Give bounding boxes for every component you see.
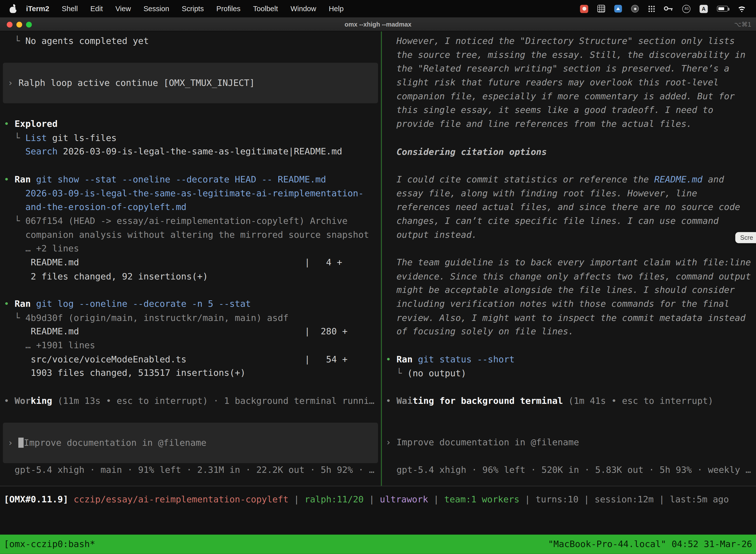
text-segment bbox=[4, 147, 25, 157]
text-segment: git status --short bbox=[418, 354, 515, 364]
explored-header: • Explored bbox=[0, 117, 381, 131]
agents-completed-line: └ No agents completed yet bbox=[0, 34, 381, 48]
zoom-button[interactable] bbox=[26, 21, 32, 27]
window-title-bar[interactable]: omx --xhigh --madmax ⌥⌘1 bbox=[0, 17, 756, 31]
text-segment: git log --oneline --decorate -n 5 --stat bbox=[36, 298, 251, 309]
text-segment: turns:10 bbox=[536, 494, 578, 504]
text-segment bbox=[31, 298, 36, 309]
close-button[interactable] bbox=[7, 21, 12, 27]
text-segment: Ran bbox=[396, 354, 413, 364]
diffstat-line: README.md| 4 + bbox=[0, 256, 381, 270]
diffstat-summary: 1903 files changed, 513517 insertions(+) bbox=[0, 366, 381, 380]
minimize-button[interactable] bbox=[16, 21, 22, 27]
text-segment: last:5m ago bbox=[670, 494, 729, 504]
text-segment: (1m 41s • esc to interrupt) bbox=[563, 396, 713, 406]
menu-item-toolbelt[interactable]: Toolbelt bbox=[247, 0, 284, 17]
command-continuation: and-the-erosion-of-copyleft.md bbox=[0, 200, 381, 214]
menu-item-iterm2[interactable]: iTerm2 bbox=[20, 0, 56, 17]
text-segment: | 54 + bbox=[305, 354, 348, 364]
truncation-note: … +2 lines bbox=[0, 242, 381, 256]
command-output: └ (no output) bbox=[382, 366, 756, 380]
text-segment: team:1 workers bbox=[444, 494, 519, 504]
text-segment: └ bbox=[386, 368, 407, 378]
macos-menu-bar: iTerm2ShellEditViewSessionScriptsProfile… bbox=[0, 0, 756, 17]
gauge-label: .61 bbox=[683, 5, 690, 11]
apple-menu-icon[interactable] bbox=[10, 4, 17, 13]
ran-git-log-header: • Ran git log --oneline --decorate -n 5 … bbox=[0, 297, 381, 311]
desktop: iTerm2ShellEditViewSessionScriptsProfile… bbox=[0, 0, 756, 554]
text-segment: git ls-files bbox=[47, 132, 117, 143]
explored-search-item: Search 2026-03-09-is-legal-the-same-as-l… bbox=[0, 145, 381, 159]
shield-app-icon[interactable] bbox=[631, 5, 639, 12]
reasoning-line: output instead. bbox=[382, 228, 756, 242]
text-segment: ralph:11/20 bbox=[305, 494, 364, 504]
battery-icon[interactable] bbox=[717, 6, 728, 11]
text-segment: this single essay, it seems like a good … bbox=[386, 105, 713, 115]
commit-summary-line: └ 067f154 (HEAD -> essay/ai-reimplementa… bbox=[0, 214, 381, 228]
ralph-loop-banner-line: › Ralph loop active continue [OMX_TMUX_I… bbox=[4, 76, 377, 90]
text-segment: src/voice/voiceModeEnabled.ts bbox=[4, 353, 305, 367]
reasoning-line: evidence. Since this change only affects… bbox=[382, 270, 756, 283]
ralph-loop-banner: › Ralph loop active continue [OMX_TMUX_I… bbox=[3, 63, 378, 104]
text-segment: 4b9d30f (origin/main, instructkr/main, m… bbox=[25, 313, 289, 323]
text-segment: and-the-erosion-of-copyleft.md bbox=[4, 202, 187, 212]
text-segment: README.md bbox=[4, 325, 305, 339]
text-segment: README.md bbox=[654, 174, 703, 184]
text-segment: › bbox=[8, 77, 18, 88]
input-source-icon[interactable]: A bbox=[700, 4, 708, 13]
blank-line bbox=[0, 104, 381, 117]
text-segment: king bbox=[31, 396, 52, 406]
reasoning-heading: Considering citation options bbox=[382, 145, 756, 159]
prompt-input[interactable]: › Improve documentation in @filename bbox=[3, 423, 378, 463]
text-segment: companion file, especially if more comme… bbox=[386, 91, 735, 101]
text-segment: | bbox=[289, 494, 305, 504]
text-segment: … +1901 lines bbox=[4, 340, 95, 350]
text-segment: might be acceptable alongside the file l… bbox=[386, 285, 735, 295]
text-segment: Wai bbox=[396, 396, 413, 406]
text-segment: Improve documentation in @filename bbox=[396, 437, 579, 447]
text-segment: 2026-03-09-is-legal-the-same-as-legitima… bbox=[58, 147, 342, 157]
text-segment: • bbox=[4, 174, 15, 184]
text-segment: └ bbox=[4, 216, 25, 226]
text-segment: changes, I can’t cite specific file line… bbox=[386, 216, 718, 226]
grid-app-icon[interactable] bbox=[597, 5, 605, 12]
key-icon[interactable] bbox=[664, 6, 673, 11]
tmux-session-label: [omx-cczip0:bash* bbox=[4, 537, 95, 551]
truncation-note: … +1901 lines bbox=[0, 339, 381, 353]
prompt-input[interactable]: › Improve documentation in @filename bbox=[382, 436, 756, 449]
menu-item-window[interactable]: Window bbox=[284, 0, 322, 17]
text-segment: slight risk that future readers may over… bbox=[386, 77, 718, 88]
wifi-icon[interactable] bbox=[737, 5, 746, 12]
menu-item-edit[interactable]: Edit bbox=[84, 0, 109, 17]
text-segment: › bbox=[8, 437, 18, 447]
screen-edge-overlay-tab[interactable]: Scre bbox=[736, 232, 756, 243]
reasoning-line: review. Also, I might want to inspect th… bbox=[382, 311, 756, 325]
gauge-icon[interactable]: .61 bbox=[682, 4, 691, 13]
input-source-label: A bbox=[700, 4, 708, 13]
text-segment: List bbox=[25, 132, 47, 143]
text-segment bbox=[413, 354, 418, 364]
text-segment: | bbox=[654, 494, 670, 504]
dots-grid-icon[interactable] bbox=[648, 5, 655, 12]
screen-recording-icon[interactable] bbox=[580, 4, 588, 13]
text-segment: … +2 lines bbox=[4, 243, 79, 254]
text-segment: ting for background terminal bbox=[413, 396, 563, 406]
text-segment: Explored bbox=[15, 119, 58, 129]
text-segment: The team guideline is to back every impo… bbox=[386, 257, 751, 267]
blue-app-icon[interactable] bbox=[614, 5, 622, 12]
text-segment: └ bbox=[4, 313, 25, 323]
menu-item-scripts[interactable]: Scripts bbox=[175, 0, 210, 17]
reasoning-line: provide file and line references from th… bbox=[382, 117, 756, 131]
menu-item-help[interactable]: Help bbox=[322, 0, 350, 17]
blank-line bbox=[382, 449, 756, 463]
menu-item-session[interactable]: Session bbox=[137, 0, 175, 17]
text-segment: cczip/essay/ai-reimplementation-copyleft bbox=[74, 494, 289, 504]
blank-line bbox=[0, 380, 381, 394]
text-segment: • bbox=[4, 298, 15, 309]
traffic-lights bbox=[7, 21, 32, 27]
menu-item-shell[interactable]: Shell bbox=[56, 0, 84, 17]
menu-item-view[interactable]: View bbox=[109, 0, 137, 17]
text-segment: Considering citation options bbox=[386, 147, 547, 157]
text-segment: I could cite commit statistics or refere… bbox=[386, 174, 654, 184]
menu-item-profiles[interactable]: Profiles bbox=[210, 0, 247, 17]
